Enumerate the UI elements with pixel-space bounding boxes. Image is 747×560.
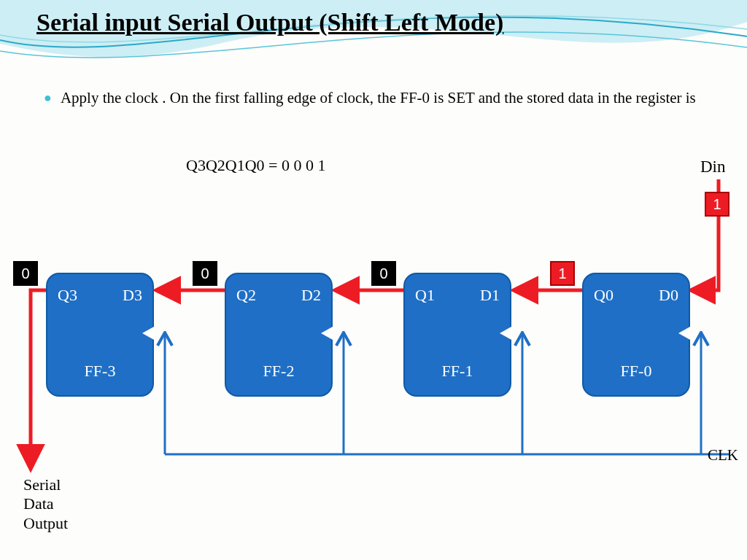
ff2-output-value: 0 — [193, 261, 217, 286]
ff2-clock-triangle-icon — [321, 327, 333, 340]
bullet-point: ● Apply the clock . On the first falling… — [44, 88, 703, 108]
ff3-d-label: D3 — [123, 286, 142, 305]
flipflop-ff1: Q1 D1 FF-1 — [403, 273, 511, 397]
ff3-name: FF-3 — [47, 362, 152, 381]
ff1-output-value: 0 — [371, 261, 396, 286]
ff3-output-value: 0 — [13, 261, 38, 286]
ff0-q-label: Q0 — [594, 286, 614, 305]
clk-label: CLK — [708, 446, 738, 464]
ff1-clock-triangle-icon — [500, 327, 511, 340]
ff0-name: FF-0 — [584, 362, 689, 381]
ff3-clock-triangle-icon — [142, 327, 154, 340]
ff3-q-label: Q3 — [58, 286, 77, 305]
ff0-clock-triangle-icon — [678, 327, 690, 340]
register-state-equation: Q3Q2Q1Q0 = 0 0 0 1 — [186, 156, 325, 175]
ff1-d-label: D1 — [480, 286, 500, 305]
ff0-d-label: D0 — [659, 286, 678, 305]
bullet-icon: ● — [44, 90, 52, 106]
flipflop-ff0: Q0 D0 FF-0 — [582, 273, 690, 397]
ff0-output-value: 1 — [550, 261, 575, 286]
bullet-text: Apply the clock . On the first falling e… — [61, 88, 696, 108]
serial-data-output-label: Serial Data Output — [23, 475, 68, 533]
ff1-q-label: Q1 — [415, 286, 435, 305]
ff1-name: FF-1 — [405, 362, 510, 381]
ff2-name: FF-2 — [226, 362, 331, 381]
ff2-q-label: Q2 — [236, 286, 256, 305]
din-label: Din — [700, 158, 726, 176]
din-value: 1 — [705, 192, 729, 217]
flipflop-ff3: Q3 D3 FF-3 — [46, 273, 154, 397]
flipflop-ff2: Q2 D2 FF-2 — [225, 273, 333, 397]
ff2-d-label: D2 — [301, 286, 321, 305]
slide-title: Serial input Serial Output (Shift Left M… — [36, 9, 503, 36]
